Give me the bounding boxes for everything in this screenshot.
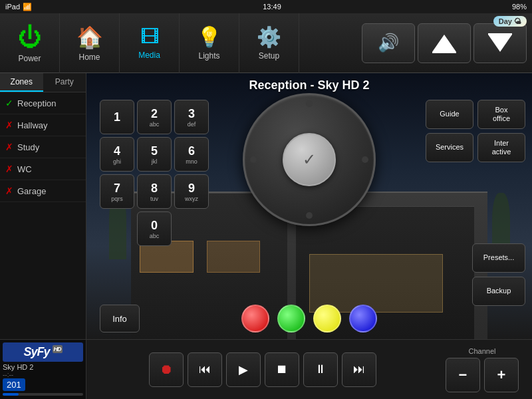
tab-party[interactable]: Party	[43, 73, 86, 92]
syfy-logo: SyFy HD	[3, 342, 83, 362]
media-icon: 🎞	[140, 26, 159, 48]
presets-button[interactable]: Presets...	[472, 243, 525, 273]
content-area: Reception - Sky HD 2 1 2 abc 3 def 4 ghi…	[86, 73, 532, 339]
zone-check-garage: ✗	[5, 186, 13, 196]
zone-garage[interactable]: ✗ Garage	[0, 180, 86, 202]
color-buttons	[241, 305, 377, 332]
status-left: iPad 📶	[5, 3, 32, 11]
key-8[interactable]: 8 tuv	[137, 174, 172, 209]
play-button[interactable]: ▶	[226, 352, 261, 387]
volume-down-icon	[431, 33, 458, 53]
nav-power[interactable]: ⏻ Power	[0, 13, 60, 73]
backup-button[interactable]: Backup	[472, 277, 525, 306]
key-6[interactable]: 6 mno	[174, 137, 209, 172]
nav-setup-label: Setup	[259, 51, 279, 61]
main-area: Zones Party ✓ Reception ✗ Hallway ✗ Stud…	[0, 73, 532, 339]
info-area: Info	[100, 305, 140, 332]
key-7[interactable]: 7 pqrs	[100, 174, 134, 209]
wifi-icon: 📶	[23, 3, 32, 11]
color-red-button[interactable]	[241, 305, 269, 332]
channel-name: Sky HD 2	[3, 363, 83, 371]
channel-plus-button[interactable]: +	[484, 358, 519, 392]
rewind-button[interactable]: ⏮	[188, 352, 222, 387]
svg-marker-2	[488, 35, 512, 52]
zone-label-wc: WC	[17, 164, 32, 174]
record-button[interactable]: ⏺	[149, 352, 184, 387]
power-icon: ⏻	[18, 23, 42, 51]
svg-rect-3	[488, 33, 512, 35]
zone-hallway[interactable]: ✗ Hallway	[0, 114, 86, 136]
channel-number: 201	[3, 378, 25, 391]
nav-home-label: Home	[78, 53, 100, 62]
mute-button[interactable]: 🔊	[362, 23, 415, 63]
volume-up-button[interactable]	[473, 23, 527, 63]
volume-controls: 🔊	[362, 23, 532, 63]
color-green-button[interactable]	[277, 305, 305, 332]
bottom-bar: SyFy HD Sky HD 2 --:-- 201 --:--:-- ⏺ ⏮ …	[0, 339, 532, 399]
tab-zones[interactable]: Zones	[0, 73, 43, 92]
transport-controls: ⏺ ⏮ ▶ ⏹ ⏸ ⏭	[86, 340, 439, 399]
top-nav: ⏻ Power 🏠 Home 🎞 Media 💡 Lights ⚙️ Setup…	[0, 13, 532, 73]
zone-label-garage: Garage	[17, 186, 46, 196]
zone-wc[interactable]: ✗ WC	[0, 158, 86, 180]
presets-area: Presets... Backup	[472, 243, 525, 306]
services-button[interactable]: Services	[426, 133, 473, 162]
zone-reception[interactable]: ✓ Reception	[0, 92, 86, 114]
logo-area: SyFy HD Sky HD 2 --:-- 201 --:--:--	[0, 340, 86, 399]
right-btn-row-2: Services Interactive	[426, 133, 525, 162]
key-3[interactable]: 3 def	[174, 100, 209, 134]
key-9[interactable]: 9 wxyz	[174, 174, 209, 209]
pause-button[interactable]: ⏸	[303, 352, 338, 387]
numpad: 1 2 abc 3 def 4 ghi 5 jkl 6 mno	[100, 100, 209, 246]
channel-buttons: − +	[446, 358, 519, 392]
zone-label-reception: Reception	[17, 98, 57, 108]
day-night-icon: 🌤	[514, 17, 521, 25]
battery-label: 98%	[512, 3, 527, 11]
nav-media[interactable]: 🎞 Media	[120, 13, 180, 73]
status-right: 98%	[512, 3, 527, 11]
volume-down-button[interactable]	[418, 23, 471, 63]
key-0[interactable]: 0 abc	[137, 211, 172, 246]
zone-label-study: Study	[17, 142, 39, 152]
sidebar-tabs: Zones Party	[0, 73, 86, 92]
fastforward-button[interactable]: ⏭	[342, 352, 376, 387]
volume-up-icon	[487, 33, 513, 53]
nav-setup[interactable]: ⚙️ Setup	[239, 13, 299, 73]
nav-home[interactable]: 🏠 Home	[60, 13, 120, 73]
channel-minus-button[interactable]: −	[446, 358, 480, 392]
day-night-toggle[interactable]: Day 🌤	[493, 16, 527, 27]
right-buttons: Guide Boxoffice Services Interactive	[426, 100, 525, 162]
channel-info: --:--	[3, 371, 83, 378]
dpad-ring[interactable]: ✓	[243, 93, 376, 226]
zone-check-wc: ✗	[5, 164, 13, 174]
dpad-dot-left	[250, 156, 257, 163]
color-yellow-button[interactable]	[313, 305, 341, 332]
zone-check-reception: ✓	[5, 98, 13, 108]
key-1[interactable]: 1	[100, 100, 134, 134]
box-office-button[interactable]: Boxoffice	[477, 100, 525, 129]
zones-sidebar: Zones Party ✓ Reception ✗ Hallway ✗ Stud…	[0, 73, 86, 339]
info-button[interactable]: Info	[100, 305, 140, 332]
key-2[interactable]: 2 abc	[137, 100, 172, 134]
stop-button[interactable]: ⏹	[265, 352, 299, 387]
nav-lights[interactable]: 💡 Lights	[180, 13, 239, 73]
dpad-ok-button[interactable]: ✓	[283, 133, 336, 186]
hd-badge: HD	[53, 345, 63, 353]
day-night-label: Day	[499, 17, 512, 25]
dpad[interactable]: ✓	[243, 93, 376, 226]
zone-check-study: ✗	[5, 142, 13, 152]
guide-button[interactable]: Guide	[426, 100, 473, 129]
setup-icon: ⚙️	[257, 25, 281, 49]
carrier-label: iPad	[5, 3, 20, 11]
channel-progress	[3, 393, 83, 396]
status-bar: iPad 📶 13:49 98%	[0, 0, 532, 13]
channel-controls: Channel − +	[439, 340, 532, 399]
interactive-button[interactable]: Interactive	[477, 133, 525, 162]
zone-study[interactable]: ✗ Study	[0, 136, 86, 158]
color-blue-button[interactable]	[349, 305, 377, 332]
status-time: 13:49	[263, 3, 281, 11]
key-5[interactable]: 5 jkl	[137, 137, 172, 172]
channel-label: Channel	[469, 347, 496, 355]
key-4[interactable]: 4 ghi	[100, 137, 134, 172]
channel-progress-fill	[3, 393, 19, 396]
